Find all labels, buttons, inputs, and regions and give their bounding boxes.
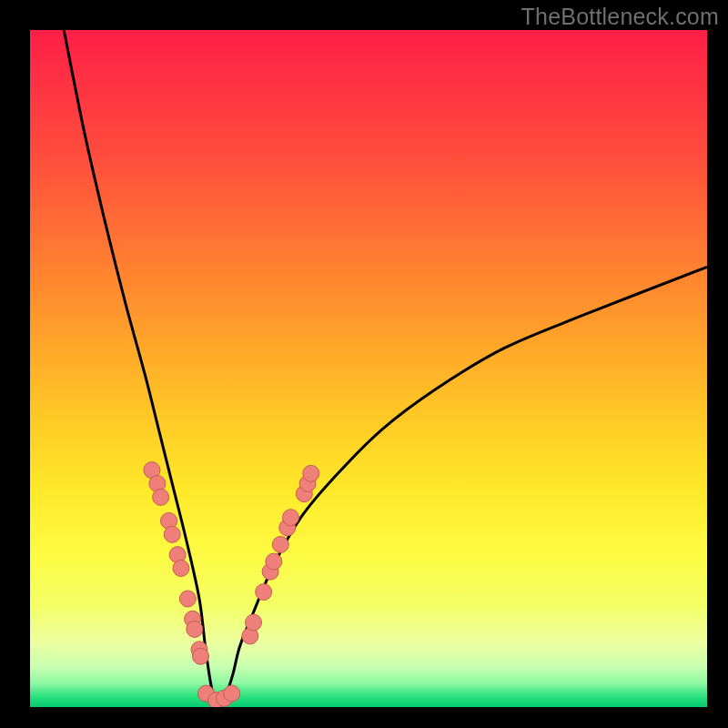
watermark-text: TheBottleneck.com	[521, 4, 719, 30]
scatter-point	[303, 465, 319, 481]
scatter-point	[272, 536, 288, 552]
gradient-background	[30, 30, 707, 707]
scatter-point	[164, 526, 180, 542]
scatter-point	[173, 560, 189, 576]
scatter-point	[153, 489, 169, 505]
scatter-point	[179, 591, 196, 607]
chart-stage: TheBottleneck.com	[0, 0, 728, 728]
scatter-point	[192, 648, 208, 664]
scatter-point	[246, 614, 262, 631]
scatter-point	[266, 553, 282, 570]
scatter-point	[224, 685, 240, 702]
scatter-point	[282, 510, 298, 526]
scatter-point	[187, 621, 203, 637]
scatter-point	[256, 584, 272, 601]
bottleneck-chart	[0, 0, 728, 728]
